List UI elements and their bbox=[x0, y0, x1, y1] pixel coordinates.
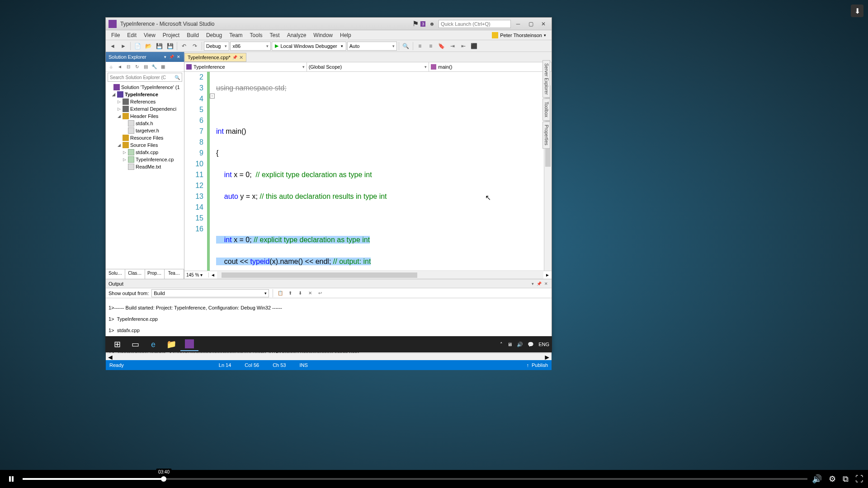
edge-button[interactable]: ｅ bbox=[144, 338, 162, 351]
tree-resource-files[interactable]: Resource Files bbox=[106, 134, 184, 141]
progress-handle[interactable] bbox=[161, 476, 166, 482]
output-hscroll[interactable]: ◄► bbox=[106, 353, 552, 360]
tab-solution-explorer[interactable]: Solu… bbox=[106, 269, 125, 279]
output-pin-icon[interactable]: 📌 bbox=[536, 282, 542, 286]
menu-team[interactable]: Team bbox=[226, 31, 246, 39]
save-all-button[interactable]: 💾 bbox=[165, 41, 175, 51]
tree-readme[interactable]: ReadMe.txt bbox=[106, 163, 184, 170]
side-tab-toolbox[interactable]: Toolbox bbox=[542, 99, 550, 120]
tray-volume-icon[interactable]: 🔊 bbox=[517, 342, 523, 347]
quick-launch-input[interactable] bbox=[439, 20, 511, 28]
tree-typeinference-cpp[interactable]: ▷TypeInference.cp bbox=[106, 156, 184, 163]
panel-pin-icon[interactable]: 📌 bbox=[168, 55, 175, 59]
hscroll-right-icon[interactable]: ► bbox=[543, 272, 552, 277]
show-all-icon[interactable]: ▤ bbox=[142, 63, 149, 70]
output-find-icon[interactable]: 📋 bbox=[277, 290, 284, 297]
outdent-button[interactable]: ⇤ bbox=[458, 41, 468, 51]
file-tab-active[interactable]: TypeInference.cpp* 📌 ✕ bbox=[184, 53, 246, 62]
redo-button[interactable]: ↷ bbox=[190, 41, 200, 51]
search-icon[interactable]: 🔍 bbox=[175, 75, 180, 80]
output-next-icon[interactable]: ⬇ bbox=[297, 290, 304, 297]
toggle-button[interactable]: ⬛ bbox=[469, 41, 479, 51]
back-icon[interactable]: ◄ bbox=[116, 63, 123, 70]
tree-source-files[interactable]: ◢Source Files bbox=[106, 141, 184, 149]
output-clear-icon[interactable]: ✕ bbox=[307, 290, 314, 297]
volume-icon[interactable]: 🔊 bbox=[812, 474, 822, 484]
video-progress-bar[interactable]: 03:40 bbox=[23, 478, 807, 480]
menu-file[interactable]: File bbox=[108, 31, 123, 39]
user-dropdown-icon[interactable]: ▾ bbox=[544, 33, 546, 38]
badge-icon[interactable]: 3 bbox=[420, 21, 425, 27]
nav-member-combo[interactable]: main() bbox=[429, 62, 552, 71]
panel-close-icon[interactable]: ✕ bbox=[176, 55, 181, 59]
nav-forward-button[interactable]: ► bbox=[118, 41, 128, 51]
nav-back-button[interactable]: ◄ bbox=[108, 41, 118, 51]
tab-team[interactable]: Tea… bbox=[165, 269, 184, 279]
menu-view[interactable]: View bbox=[140, 31, 159, 39]
tray-network-icon[interactable]: 🖥 bbox=[507, 342, 512, 347]
tab-class-view[interactable]: Clas… bbox=[125, 269, 145, 279]
tree-external-deps[interactable]: ▷External Dependenci bbox=[106, 105, 184, 113]
properties-icon[interactable]: 🔧 bbox=[151, 63, 158, 70]
flag-icon[interactable]: ⚑ bbox=[412, 19, 419, 28]
code-content[interactable]: using namespace std; int main() { int x … bbox=[216, 72, 544, 271]
maximize-button[interactable]: ▢ bbox=[525, 19, 536, 28]
menu-help[interactable]: Help bbox=[336, 31, 355, 39]
solution-search-input[interactable] bbox=[110, 75, 175, 80]
find-button[interactable]: 🔍 bbox=[401, 41, 411, 51]
uncomment-button[interactable]: ≡ bbox=[426, 41, 436, 51]
explorer-button[interactable]: 📁 bbox=[162, 338, 180, 351]
indent-button[interactable]: ⇥ bbox=[448, 41, 458, 51]
menu-tools[interactable]: Tools bbox=[246, 31, 266, 39]
horizontal-scrollbar[interactable] bbox=[217, 272, 543, 279]
hscroll-left-icon[interactable]: ◄ bbox=[209, 272, 217, 277]
platform-combo[interactable]: x86 bbox=[230, 42, 271, 51]
home-icon[interactable]: ⌂ bbox=[108, 63, 115, 70]
settings-icon[interactable]: ⚙ bbox=[829, 474, 836, 484]
panel-dropdown-icon[interactable]: ▾ bbox=[163, 55, 167, 59]
tree-solution[interactable]: Solution 'TypeInference' (1 bbox=[106, 84, 184, 91]
refresh-icon[interactable]: ↻ bbox=[133, 63, 141, 70]
menu-analyze[interactable]: Analyze bbox=[283, 31, 310, 39]
close-tab-icon[interactable]: ✕ bbox=[239, 55, 243, 61]
preview-icon[interactable]: ▦ bbox=[159, 63, 166, 70]
side-tab-server-explorer[interactable]: Server Explorer bbox=[542, 60, 550, 98]
solution-search[interactable]: 🔍 bbox=[108, 73, 182, 82]
fold-toggle-icon[interactable]: − bbox=[210, 94, 215, 99]
fullscreen-icon[interactable]: ⛶ bbox=[855, 474, 863, 484]
tab-properties[interactable]: Prop… bbox=[145, 269, 165, 279]
pin-tab-icon[interactable]: 📌 bbox=[232, 55, 237, 60]
publish-icon[interactable]: ↑ bbox=[526, 362, 529, 368]
code-editor[interactable]: 2345678910111213141516 − using namespace… bbox=[184, 72, 552, 271]
tree-targetver-h[interactable]: targetver.h bbox=[106, 127, 184, 134]
user-name[interactable]: Peter Thorsteinson bbox=[500, 33, 542, 38]
minimize-button[interactable]: ─ bbox=[513, 19, 524, 28]
tree-project[interactable]: ◢TypeInference bbox=[106, 91, 184, 98]
pip-icon[interactable]: ⧉ bbox=[843, 474, 849, 484]
save-button[interactable]: 💾 bbox=[154, 41, 164, 51]
menu-debug[interactable]: Debug bbox=[203, 31, 226, 39]
menu-window[interactable]: Window bbox=[310, 31, 336, 39]
task-view-button[interactable]: ▭ bbox=[126, 338, 144, 351]
start-button[interactable]: ⊞ bbox=[108, 338, 126, 351]
pause-button[interactable] bbox=[5, 472, 18, 486]
nav-scope-combo[interactable]: (Global Scope) bbox=[307, 62, 429, 71]
output-dropdown-icon[interactable]: ▾ bbox=[531, 282, 535, 286]
bookmark-button[interactable]: 🔖 bbox=[437, 41, 447, 51]
config-combo[interactable]: Debug bbox=[204, 42, 229, 51]
tree-references[interactable]: ▷References bbox=[106, 98, 184, 105]
tree-stdafx-h[interactable]: stdafx.h bbox=[106, 120, 184, 127]
tree-header-files[interactable]: ◢Header Files bbox=[106, 113, 184, 120]
close-button[interactable]: ✕ bbox=[538, 19, 549, 28]
tree-stdafx-cpp[interactable]: ▷stdafx.cpp bbox=[106, 149, 184, 156]
output-prev-icon[interactable]: ⬆ bbox=[287, 290, 294, 297]
stackframe-combo[interactable]: Auto bbox=[347, 42, 397, 51]
feedback-icon[interactable]: ☻ bbox=[429, 21, 435, 27]
undo-button[interactable]: ↶ bbox=[179, 41, 189, 51]
comment-button[interactable]: ≡ bbox=[415, 41, 425, 51]
visual-studio-button[interactable] bbox=[180, 338, 198, 351]
new-project-button[interactable]: 📄 bbox=[132, 41, 142, 51]
menu-build[interactable]: Build bbox=[183, 31, 203, 39]
start-debug-button[interactable]: ▶Local Windows Debugger▾ bbox=[272, 42, 346, 51]
output-close-icon[interactable]: ✕ bbox=[543, 282, 549, 286]
